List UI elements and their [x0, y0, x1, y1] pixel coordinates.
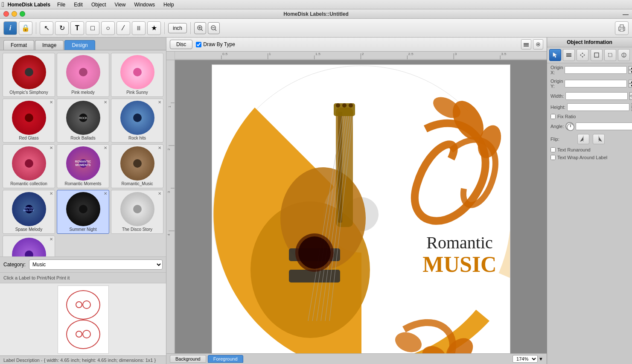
remove-design-icon[interactable]: ✕	[104, 146, 107, 150]
stamp-tool[interactable]: ★	[147, 21, 161, 35]
remove-design-icon[interactable]: ✕	[104, 191, 107, 196]
info-button[interactable]: i	[3, 21, 17, 35]
design-item[interactable]: ✕ ROCK Rock Ballads	[57, 99, 109, 143]
flip-vertical-button[interactable]	[593, 134, 605, 144]
angle-input[interactable]	[576, 122, 632, 130]
remove-design-icon[interactable]: ✕	[50, 100, 53, 105]
menu-object[interactable]: Object	[90, 1, 108, 9]
design-item[interactable]: ✕ SPACEMELODY Spase Melody	[3, 190, 55, 234]
canvas-container[interactable]: Romantic MUSIC	[175, 60, 547, 353]
menu-edit[interactable]: Edit	[72, 1, 84, 9]
svg-rect-72	[566, 53, 571, 54]
transform-icon[interactable]	[604, 49, 616, 61]
fix-ratio-checkbox[interactable]	[550, 114, 556, 119]
svg-rect-13	[524, 46, 529, 47]
svg-point-68	[298, 236, 331, 269]
minimize-button[interactable]	[12, 11, 17, 17]
effects-icon[interactable]	[618, 49, 630, 61]
origin-y-row: Origin Y: ▲ ▼	[547, 77, 632, 90]
text-wrap-checkbox[interactable]	[550, 155, 556, 160]
zoom-in-button[interactable]	[194, 22, 206, 34]
tab-image[interactable]: Image	[35, 40, 64, 50]
remove-design-icon[interactable]: ✕	[158, 191, 161, 196]
menu-view[interactable]: View	[113, 1, 128, 9]
zoom-out-button[interactable]	[208, 22, 220, 34]
pointer-tool-icon[interactable]	[549, 49, 561, 61]
design-item[interactable]: ✕ The Disco Story	[111, 190, 163, 234]
tab-design[interactable]: Design	[64, 40, 95, 50]
resize-icon[interactable]	[591, 49, 603, 61]
angle-dial[interactable]	[565, 122, 574, 131]
apple-menu[interactable]: 	[2, 1, 4, 9]
design-item[interactable]: Pink Sunny	[111, 53, 163, 97]
disc-button[interactable]: Disc	[170, 40, 192, 49]
rect-tool[interactable]: □	[86, 21, 99, 35]
tabs-bar: Format Image Design	[0, 38, 166, 50]
close-button[interactable]	[3, 11, 9, 17]
lock-button[interactable]: 🔒	[19, 21, 32, 35]
design-item[interactable]: Olympic's Simphony	[3, 53, 55, 97]
select-tool[interactable]: ↖	[40, 21, 53, 35]
rotate-tool[interactable]: ↻	[55, 21, 69, 35]
right-panel: Object Information Origin X:	[547, 38, 632, 364]
maximize-button[interactable]	[20, 11, 25, 17]
width-down[interactable]: ▼	[629, 96, 632, 100]
tab-format[interactable]: Format	[3, 40, 34, 50]
h-ruler: 0.5 1 1.5 2 2.5 3 3.5	[175, 52, 547, 60]
text-tool[interactable]: T	[70, 21, 84, 35]
remove-design-icon[interactable]: ✕	[104, 100, 107, 105]
height-input[interactable]	[567, 103, 629, 111]
design-item[interactable]: ✕ Romantic collection	[3, 144, 55, 188]
text-wrap-row: Text Wrap Around Label	[547, 154, 632, 161]
width-input[interactable]	[565, 92, 628, 100]
menu-windows[interactable]: Windows	[132, 1, 157, 9]
zoom-select[interactable]: 174% 100% 150% 200%	[513, 355, 538, 363]
tab-background[interactable]: Background	[170, 355, 206, 363]
design-item[interactable]: ✕ ROMANTICMOMENTS Romantic Moments	[57, 144, 109, 188]
move-icon[interactable]	[577, 49, 588, 61]
design-item[interactable]: ✕ Red Glass	[3, 99, 55, 143]
layer-icon[interactable]	[563, 49, 575, 61]
svg-text:0.5: 0.5	[222, 52, 227, 56]
svg-rect-79	[594, 53, 599, 57]
print-button[interactable]	[615, 21, 629, 35]
svg-point-66	[349, 103, 353, 108]
origin-y-input[interactable]	[565, 80, 627, 87]
text-runaround-label: Text Runaround	[557, 147, 591, 152]
view-icon[interactable]	[533, 39, 543, 50]
remove-design-icon[interactable]: ✕	[50, 237, 53, 242]
category-select[interactable]: Music Nature Sports Business Abstract	[29, 259, 163, 270]
unit-button[interactable]: inch	[168, 23, 187, 33]
design-item[interactable]: Pink melody	[57, 53, 109, 97]
remove-design-icon[interactable]: ✕	[50, 191, 53, 196]
barcode-tool[interactable]: |||	[132, 21, 146, 35]
design-item[interactable]: ✕ Violet by Step	[3, 236, 55, 256]
tab-foreground[interactable]: Foreground	[208, 355, 243, 363]
origin-x-up[interactable]: ▲	[629, 66, 632, 70]
origin-y-up[interactable]: ▲	[629, 80, 632, 84]
origin-x-down[interactable]: ▼	[629, 70, 632, 74]
draw-by-type-checkbox[interactable]	[196, 42, 201, 47]
menu-help[interactable]: Help	[162, 1, 176, 9]
layers-icon[interactable]	[521, 39, 531, 50]
line-tool[interactable]: ∕	[116, 21, 130, 35]
traffic-lights	[3, 11, 25, 17]
design-item[interactable]: ✕ Romantic_Music	[111, 144, 163, 188]
ellipse-tool[interactable]: ○	[101, 21, 115, 35]
svg-text:1.5: 1.5	[315, 52, 320, 56]
design-item-summer-night[interactable]: ✕ Summer Night	[57, 190, 109, 234]
text-runaround-checkbox[interactable]	[550, 147, 556, 152]
origin-x-row: Origin X: ▲ ▼	[547, 63, 632, 77]
width-up[interactable]: ▲	[629, 92, 632, 96]
collapse-icon[interactable]: —	[623, 11, 629, 17]
design-item[interactable]: ✕ Rock hits	[111, 99, 163, 143]
remove-design-icon[interactable]: ✕	[50, 146, 53, 150]
remove-design-icon[interactable]: ✕	[158, 146, 161, 150]
svg-rect-73	[566, 55, 571, 55]
remove-design-icon[interactable]: ✕	[158, 100, 161, 105]
origin-x-input[interactable]	[565, 66, 627, 74]
origin-y-down[interactable]: ▼	[629, 84, 632, 87]
menu-file[interactable]: File	[55, 1, 67, 9]
flip-horizontal-button[interactable]	[577, 134, 589, 144]
origin-y-stepper: ▲ ▼	[629, 80, 632, 87]
